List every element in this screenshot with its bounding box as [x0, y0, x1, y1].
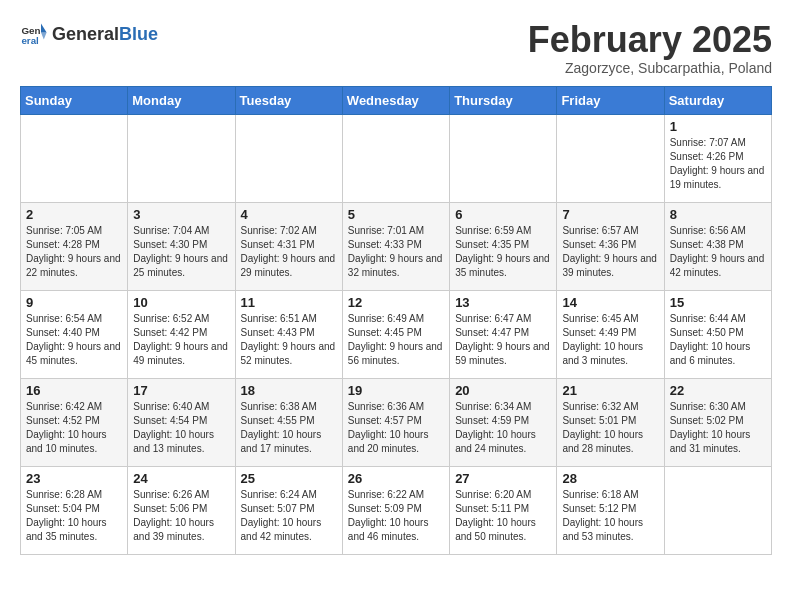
day-info: Sunrise: 6:28 AM Sunset: 5:04 PM Dayligh…	[26, 488, 122, 544]
calendar-cell: 25Sunrise: 6:24 AM Sunset: 5:07 PM Dayli…	[235, 466, 342, 554]
day-info: Sunrise: 6:34 AM Sunset: 4:59 PM Dayligh…	[455, 400, 551, 456]
calendar-cell: 17Sunrise: 6:40 AM Sunset: 4:54 PM Dayli…	[128, 378, 235, 466]
calendar-cell: 11Sunrise: 6:51 AM Sunset: 4:43 PM Dayli…	[235, 290, 342, 378]
day-number: 21	[562, 383, 658, 398]
day-number: 19	[348, 383, 444, 398]
calendar-cell: 7Sunrise: 6:57 AM Sunset: 4:36 PM Daylig…	[557, 202, 664, 290]
calendar-cell: 6Sunrise: 6:59 AM Sunset: 4:35 PM Daylig…	[450, 202, 557, 290]
calendar-cell: 4Sunrise: 7:02 AM Sunset: 4:31 PM Daylig…	[235, 202, 342, 290]
weekday-header: Monday	[128, 86, 235, 114]
day-number: 10	[133, 295, 229, 310]
weekday-header: Saturday	[664, 86, 771, 114]
logo-general: General	[52, 24, 119, 45]
calendar-cell	[664, 466, 771, 554]
calendar-week-row: 1Sunrise: 7:07 AM Sunset: 4:26 PM Daylig…	[21, 114, 772, 202]
day-number: 4	[241, 207, 337, 222]
calendar-cell: 27Sunrise: 6:20 AM Sunset: 5:11 PM Dayli…	[450, 466, 557, 554]
day-number: 13	[455, 295, 551, 310]
calendar-table: SundayMondayTuesdayWednesdayThursdayFrid…	[20, 86, 772, 555]
day-info: Sunrise: 7:04 AM Sunset: 4:30 PM Dayligh…	[133, 224, 229, 280]
calendar-cell: 1Sunrise: 7:07 AM Sunset: 4:26 PM Daylig…	[664, 114, 771, 202]
weekday-header: Tuesday	[235, 86, 342, 114]
day-info: Sunrise: 6:52 AM Sunset: 4:42 PM Dayligh…	[133, 312, 229, 368]
calendar-week-row: 2Sunrise: 7:05 AM Sunset: 4:28 PM Daylig…	[21, 202, 772, 290]
day-number: 8	[670, 207, 766, 222]
day-number: 2	[26, 207, 122, 222]
day-info: Sunrise: 7:01 AM Sunset: 4:33 PM Dayligh…	[348, 224, 444, 280]
month-title: February 2025	[528, 20, 772, 60]
day-number: 12	[348, 295, 444, 310]
calendar-cell: 3Sunrise: 7:04 AM Sunset: 4:30 PM Daylig…	[128, 202, 235, 290]
header-row: SundayMondayTuesdayWednesdayThursdayFrid…	[21, 86, 772, 114]
day-info: Sunrise: 6:57 AM Sunset: 4:36 PM Dayligh…	[562, 224, 658, 280]
day-number: 25	[241, 471, 337, 486]
day-info: Sunrise: 6:49 AM Sunset: 4:45 PM Dayligh…	[348, 312, 444, 368]
calendar-cell: 20Sunrise: 6:34 AM Sunset: 4:59 PM Dayli…	[450, 378, 557, 466]
day-number: 11	[241, 295, 337, 310]
day-number: 18	[241, 383, 337, 398]
weekday-header: Wednesday	[342, 86, 449, 114]
logo: Gen eral General Blue	[20, 20, 158, 48]
day-info: Sunrise: 6:40 AM Sunset: 4:54 PM Dayligh…	[133, 400, 229, 456]
svg-text:eral: eral	[21, 35, 39, 46]
day-info: Sunrise: 6:56 AM Sunset: 4:38 PM Dayligh…	[670, 224, 766, 280]
day-number: 20	[455, 383, 551, 398]
logo-blue: Blue	[119, 24, 158, 45]
calendar-cell: 9Sunrise: 6:54 AM Sunset: 4:40 PM Daylig…	[21, 290, 128, 378]
day-info: Sunrise: 6:51 AM Sunset: 4:43 PM Dayligh…	[241, 312, 337, 368]
day-number: 15	[670, 295, 766, 310]
svg-marker-2	[41, 24, 47, 33]
weekday-header: Thursday	[450, 86, 557, 114]
calendar-cell: 24Sunrise: 6:26 AM Sunset: 5:06 PM Dayli…	[128, 466, 235, 554]
day-info: Sunrise: 6:38 AM Sunset: 4:55 PM Dayligh…	[241, 400, 337, 456]
day-info: Sunrise: 6:32 AM Sunset: 5:01 PM Dayligh…	[562, 400, 658, 456]
calendar-cell: 19Sunrise: 6:36 AM Sunset: 4:57 PM Dayli…	[342, 378, 449, 466]
calendar-cell: 15Sunrise: 6:44 AM Sunset: 4:50 PM Dayli…	[664, 290, 771, 378]
calendar-cell: 28Sunrise: 6:18 AM Sunset: 5:12 PM Dayli…	[557, 466, 664, 554]
calendar-cell: 18Sunrise: 6:38 AM Sunset: 4:55 PM Dayli…	[235, 378, 342, 466]
calendar-cell: 26Sunrise: 6:22 AM Sunset: 5:09 PM Dayli…	[342, 466, 449, 554]
day-number: 27	[455, 471, 551, 486]
day-number: 28	[562, 471, 658, 486]
day-number: 6	[455, 207, 551, 222]
calendar-cell	[235, 114, 342, 202]
calendar-cell: 5Sunrise: 7:01 AM Sunset: 4:33 PM Daylig…	[342, 202, 449, 290]
calendar-cell: 16Sunrise: 6:42 AM Sunset: 4:52 PM Dayli…	[21, 378, 128, 466]
day-number: 17	[133, 383, 229, 398]
day-number: 26	[348, 471, 444, 486]
calendar-week-row: 23Sunrise: 6:28 AM Sunset: 5:04 PM Dayli…	[21, 466, 772, 554]
day-info: Sunrise: 6:54 AM Sunset: 4:40 PM Dayligh…	[26, 312, 122, 368]
day-number: 14	[562, 295, 658, 310]
day-number: 22	[670, 383, 766, 398]
calendar-cell: 8Sunrise: 6:56 AM Sunset: 4:38 PM Daylig…	[664, 202, 771, 290]
calendar-cell	[342, 114, 449, 202]
calendar-cell: 23Sunrise: 6:28 AM Sunset: 5:04 PM Dayli…	[21, 466, 128, 554]
title-area: February 2025 Zagorzyce, Subcarpathia, P…	[528, 20, 772, 76]
day-info: Sunrise: 6:26 AM Sunset: 5:06 PM Dayligh…	[133, 488, 229, 544]
day-info: Sunrise: 6:22 AM Sunset: 5:09 PM Dayligh…	[348, 488, 444, 544]
calendar-cell	[557, 114, 664, 202]
day-info: Sunrise: 6:36 AM Sunset: 4:57 PM Dayligh…	[348, 400, 444, 456]
calendar-cell	[450, 114, 557, 202]
location-subtitle: Zagorzyce, Subcarpathia, Poland	[528, 60, 772, 76]
calendar-cell: 22Sunrise: 6:30 AM Sunset: 5:02 PM Dayli…	[664, 378, 771, 466]
day-number: 7	[562, 207, 658, 222]
day-number: 1	[670, 119, 766, 134]
day-number: 5	[348, 207, 444, 222]
day-info: Sunrise: 7:07 AM Sunset: 4:26 PM Dayligh…	[670, 136, 766, 192]
day-info: Sunrise: 6:44 AM Sunset: 4:50 PM Dayligh…	[670, 312, 766, 368]
calendar-week-row: 9Sunrise: 6:54 AM Sunset: 4:40 PM Daylig…	[21, 290, 772, 378]
day-number: 16	[26, 383, 122, 398]
day-info: Sunrise: 6:18 AM Sunset: 5:12 PM Dayligh…	[562, 488, 658, 544]
day-info: Sunrise: 7:05 AM Sunset: 4:28 PM Dayligh…	[26, 224, 122, 280]
day-info: Sunrise: 6:42 AM Sunset: 4:52 PM Dayligh…	[26, 400, 122, 456]
calendar-cell	[21, 114, 128, 202]
day-number: 9	[26, 295, 122, 310]
svg-marker-3	[41, 33, 47, 40]
day-info: Sunrise: 6:47 AM Sunset: 4:47 PM Dayligh…	[455, 312, 551, 368]
calendar-cell: 14Sunrise: 6:45 AM Sunset: 4:49 PM Dayli…	[557, 290, 664, 378]
day-info: Sunrise: 6:59 AM Sunset: 4:35 PM Dayligh…	[455, 224, 551, 280]
logo-icon: Gen eral	[20, 20, 48, 48]
weekday-header: Sunday	[21, 86, 128, 114]
header: Gen eral General Blue February 2025 Zago…	[20, 20, 772, 76]
